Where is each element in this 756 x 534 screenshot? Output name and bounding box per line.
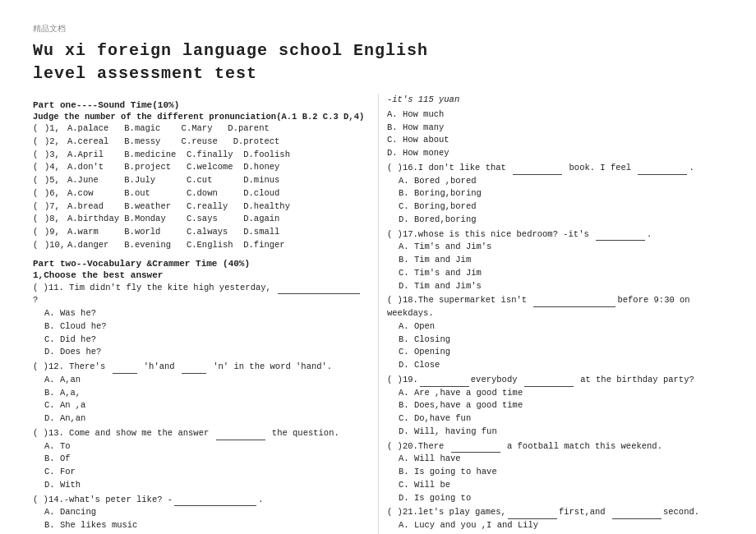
list-item: ( )16.I don't like that book. I feel . A… xyxy=(387,162,723,227)
list-item: ( )12. There's 'h'and 'n' in the word 'h… xyxy=(33,361,365,426)
list-item: ( )21.let's play games,first,and second.… xyxy=(387,506,723,534)
page: 精品文档 Wu xi foreign language school Engli… xyxy=(0,0,756,534)
left-column: Part one----Sound Time(10%) Judge the nu… xyxy=(33,94,378,534)
list-item: A. How much B. How many C. How about D. … xyxy=(387,108,723,160)
list-item: ( )13. Come and show me the answer the q… xyxy=(33,427,365,492)
list-item: ()4,A.don't B.project C.welcome D.honey xyxy=(33,161,365,174)
part1-title: Part one----Sound Time(10%) xyxy=(33,100,365,110)
list-item: ()5,A.June B.July C.cut D.minus xyxy=(33,174,365,187)
part1-instruction: Judge the number of the different pronun… xyxy=(33,112,365,122)
list-item: ( )20.There a football match this weeken… xyxy=(387,440,723,505)
list-item: ()9,A.warm B.world C.always D.small xyxy=(33,226,365,239)
main-content: Part one----Sound Time(10%) Judge the nu… xyxy=(33,94,723,534)
list-item: ( )19.everybody at the birthday party? A… xyxy=(387,374,723,439)
list-item: ( )11. Tim didn't fly the kite high yest… xyxy=(33,282,365,360)
price-line: -it's 115 yuan xyxy=(387,94,723,107)
list-item: ()1,A.palace B.magic C.Mary D.parent xyxy=(33,122,365,136)
list-item: ()10,A.danger B.evening C.English D.fing… xyxy=(33,239,365,252)
list-item: ()7,A.bread B.weather C.really D.healthy xyxy=(33,200,365,214)
list-item: ()3,A.April B.medicine C.finally D.fooli… xyxy=(33,149,365,162)
watermark-top: 精品文档 xyxy=(33,23,723,35)
right-column: -it's 115 yuan A. How much B. How many C… xyxy=(378,94,723,534)
list-item: ()2,A.cereal B.messy C.reuse D.protect xyxy=(33,136,365,149)
part2-title: Part two--Vocabulary &Crammer Time (40%)… xyxy=(33,259,365,280)
list-item: ( )18.The supermarket isn't before 9:30 … xyxy=(387,294,723,372)
list-item: ( )17.whose is this nice bedroom? -it's … xyxy=(387,228,723,293)
part1-questions: ()1,A.palace B.magic C.Mary D.parent ()2… xyxy=(33,122,365,252)
list-item: ( )14.-what's peter like? -. A. Dancing … xyxy=(33,494,365,535)
page-title: Wu xi foreign language school English le… xyxy=(33,39,723,85)
list-item: ()8,A.birthday B.Monday C.says D.again xyxy=(33,213,365,226)
list-item: ()6,A.cow B.out C.down D.cloud xyxy=(33,187,365,200)
